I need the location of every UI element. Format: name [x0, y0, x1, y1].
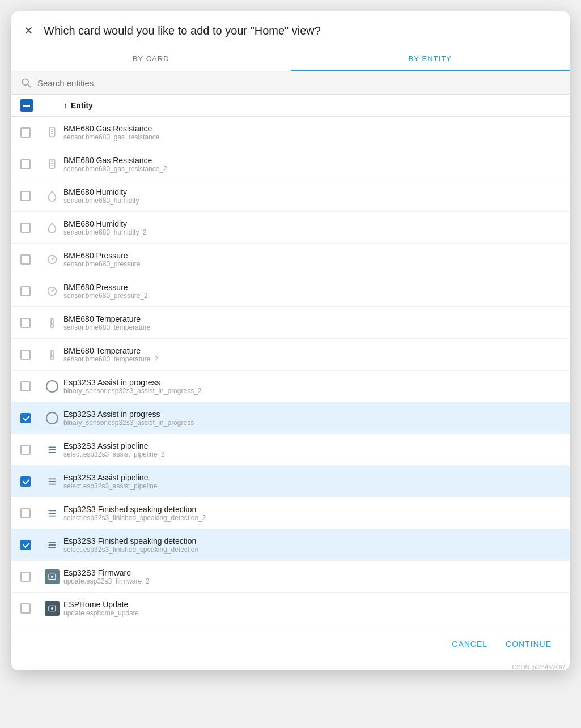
row-checkbox[interactable]: [20, 508, 41, 518]
tab-by-card[interactable]: BY CARD: [11, 48, 291, 71]
row-checkbox[interactable]: [20, 191, 41, 201]
entity-id: binary_sensor.esp32s3_assist_in_progress…: [63, 387, 561, 395]
entity-text: BME680 Gas Resistance sensor.bme680_gas_…: [63, 156, 561, 173]
search-input[interactable]: [37, 78, 561, 88]
entity-text: Esp32S3 Finished speaking detection sele…: [63, 537, 561, 554]
entity-row[interactable]: ESPHome Update update.esphome_update: [11, 593, 570, 624]
entity-id: sensor.bme680_humidity: [63, 197, 561, 205]
dialog-actions: CANCEL CONTINUE: [11, 627, 570, 661]
entity-header-label: Entity: [71, 101, 93, 110]
row-checkbox[interactable]: [20, 286, 41, 296]
entity-text: ESPHome Update update.esphome_update: [63, 600, 561, 617]
close-icon: ✕: [24, 24, 33, 37]
cancel-button[interactable]: CANCEL: [445, 635, 494, 653]
entity-row[interactable]: BME680 Gas Resistance sensor.bme680_gas_…: [11, 148, 570, 180]
entity-row[interactable]: BME680 Humidity sensor.bme680_humidity: [11, 180, 570, 212]
entity-row[interactable]: BME680 Pressure sensor.bme680_pressure: [11, 244, 570, 275]
entity-icon: [41, 507, 63, 520]
entity-id: select.esp32s3_assist_pipeline: [63, 482, 561, 490]
select-all-checkbox[interactable]: [20, 99, 33, 112]
entity-row[interactable]: BME680 Pressure sensor.bme680_pressure_2: [11, 275, 570, 307]
checkbox-indicator: [20, 476, 31, 487]
entity-row[interactable]: BME680 Temperature sensor.bme680_tempera…: [11, 307, 570, 339]
entity-row[interactable]: Esp32S3 Assist in progress binary_sensor…: [11, 402, 570, 434]
entity-text: BME680 Humidity sensor.bme680_humidity: [63, 188, 561, 205]
entity-id: binary_sensor.esp32s3_assist_in_progress: [63, 419, 561, 427]
checkbox-indicator: [20, 381, 31, 391]
continue-button[interactable]: CONTINUE: [499, 635, 558, 653]
row-checkbox[interactable]: [20, 476, 41, 487]
entity-name: Esp32S3 Assist pipeline: [63, 441, 561, 450]
row-checkbox[interactable]: [20, 254, 41, 265]
entity-row[interactable]: BME680 Gas Resistance sensor.bme680_gas_…: [11, 117, 570, 148]
row-checkbox[interactable]: [20, 223, 41, 233]
row-checkbox[interactable]: [20, 159, 41, 169]
entity-name: Esp32S3 Firmware: [63, 568, 561, 577]
entity-text: BME680 Pressure sensor.bme680_pressure: [63, 251, 561, 268]
entity-name: BME680 Humidity: [63, 188, 561, 197]
dialog: ✕ Which card would you like to add to yo…: [11, 11, 570, 670]
entity-icon: [41, 126, 63, 139]
checkbox-indicator: [20, 572, 31, 582]
entity-id: sensor.bme680_pressure: [63, 260, 561, 268]
row-checkbox[interactable]: [20, 127, 41, 138]
entity-name: BME680 Pressure: [63, 283, 561, 292]
svg-rect-3: [51, 129, 53, 130]
tabs-bar: BY CARD BY ENTITY: [11, 48, 570, 71]
entity-text: BME680 Gas Resistance sensor.bme680_gas_…: [63, 124, 561, 141]
entity-text: Esp32S3 Assist pipeline select.esp32s3_a…: [63, 473, 561, 490]
svg-point-19: [50, 356, 54, 359]
entity-text: Esp32S3 Assist in progress binary_sensor…: [63, 378, 561, 395]
checkbox-indicator: [20, 603, 31, 614]
entity-name: BME680 Gas Resistance: [63, 156, 561, 165]
entity-icon: [41, 222, 63, 234]
entity-name: BME680 Temperature: [63, 314, 561, 323]
tab-by-entity[interactable]: BY ENTITY: [291, 48, 570, 71]
entity-id: update.esphome_update: [63, 609, 561, 617]
entity-row[interactable]: Esp32S3 Finished speaking detection sele…: [11, 497, 570, 529]
row-checkbox[interactable]: [20, 540, 41, 550]
svg-rect-7: [51, 160, 53, 161]
checkbox-indicator: [20, 508, 31, 518]
header-checkbox-area: [20, 99, 41, 112]
checkbox-indicator: [20, 223, 31, 233]
list-header: ↑ Entity: [11, 95, 570, 117]
close-button[interactable]: ✕: [23, 23, 35, 39]
entity-icon: [41, 475, 63, 488]
entity-name: Esp32S3 Assist in progress: [63, 378, 561, 387]
svg-rect-5: [51, 133, 53, 134]
entity-text: Esp32S3 Assist in progress binary_sensor…: [63, 410, 561, 427]
entity-icon: [41, 412, 63, 424]
entity-row[interactable]: BME680 Temperature sensor.bme680_tempera…: [11, 339, 570, 371]
entity-text: Esp32S3 Assist pipeline select.esp32s3_a…: [63, 441, 561, 458]
svg-point-35: [51, 607, 53, 610]
row-checkbox[interactable]: [20, 572, 41, 582]
entity-column-header[interactable]: ↑ Entity: [63, 101, 93, 110]
search-bar: [11, 71, 570, 95]
entity-icon: [41, 158, 63, 171]
entity-row[interactable]: Esp32S3 Assist pipeline select.esp32s3_a…: [11, 434, 570, 466]
entity-icon: [41, 285, 63, 297]
entity-icon: [41, 190, 63, 202]
entity-name: Esp32S3 Finished speaking detection: [63, 505, 561, 514]
entity-icon: [41, 601, 63, 616]
entity-text: BME680 Temperature sensor.bme680_tempera…: [63, 314, 561, 331]
entity-icon: [41, 317, 63, 329]
checkbox-indicator: [20, 127, 31, 138]
checkbox-indicator: [20, 540, 31, 550]
row-checkbox[interactable]: [20, 381, 41, 391]
entity-icon: [41, 348, 63, 361]
sort-arrow-icon: ↑: [63, 101, 67, 110]
row-checkbox[interactable]: [20, 318, 41, 328]
row-checkbox[interactable]: [20, 350, 41, 360]
entity-row[interactable]: Esp32S3 Assist pipeline select.esp32s3_a…: [11, 466, 570, 497]
row-checkbox[interactable]: [20, 413, 41, 423]
entity-id: update.esp32s3_firmware_2: [63, 577, 561, 585]
entity-row[interactable]: BME680 Humidity sensor.bme680_humidity_2: [11, 212, 570, 244]
row-checkbox[interactable]: [20, 445, 41, 455]
svg-point-17: [50, 324, 54, 327]
row-checkbox[interactable]: [20, 603, 41, 614]
entity-row[interactable]: Esp32S3 Firmware update.esp32s3_firmware…: [11, 561, 570, 593]
entity-row[interactable]: Esp32S3 Finished speaking detection sele…: [11, 529, 570, 561]
entity-row[interactable]: Esp32S3 Assist in progress binary_sensor…: [11, 371, 570, 402]
